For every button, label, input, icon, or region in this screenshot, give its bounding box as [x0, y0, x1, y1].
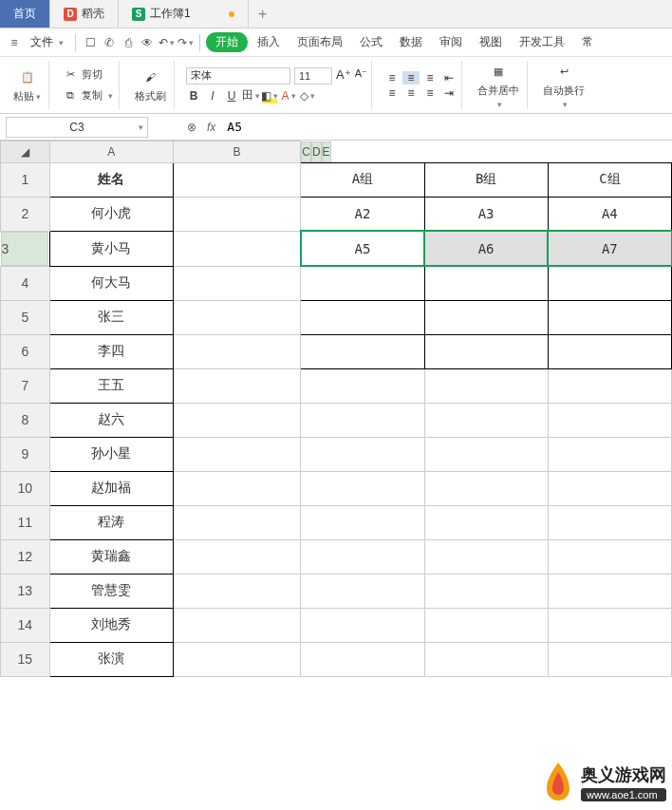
cell[interactable]: 刘地秀: [49, 608, 173, 642]
cell[interactable]: [548, 403, 671, 437]
font-color-button[interactable]: A: [281, 88, 296, 104]
cell[interactable]: [301, 266, 424, 300]
cell[interactable]: [548, 368, 671, 403]
undo-icon[interactable]: ↶: [158, 34, 175, 51]
cell[interactable]: [301, 368, 424, 403]
bold-button[interactable]: B: [186, 88, 201, 104]
cell[interactable]: [548, 300, 671, 334]
cut-button[interactable]: ✂剪切: [61, 66, 115, 84]
italic-button[interactable]: I: [205, 88, 220, 104]
paste-button[interactable]: 📋 粘贴: [9, 66, 45, 104]
cell[interactable]: [301, 300, 424, 334]
cell[interactable]: [173, 642, 300, 676]
cell[interactable]: [173, 162, 300, 197]
tab-daoke[interactable]: D 稻壳: [50, 0, 119, 28]
cell[interactable]: [424, 574, 548, 608]
align-center[interactable]: ≡: [402, 86, 420, 100]
cell[interactable]: [173, 505, 300, 539]
cell[interactable]: [301, 334, 424, 368]
cell[interactable]: 李四: [49, 334, 173, 368]
hamburger-icon[interactable]: ≡: [6, 34, 23, 51]
cell[interactable]: 姓名: [49, 162, 173, 197]
row-header[interactable]: 7: [1, 368, 50, 403]
cell[interactable]: [548, 642, 671, 676]
cell[interactable]: 管慧雯: [49, 574, 173, 608]
cell[interactable]: [548, 505, 671, 539]
file-menu[interactable]: 文件: [25, 34, 69, 50]
cell[interactable]: A6: [424, 231, 548, 266]
cell[interactable]: [301, 505, 424, 539]
cell[interactable]: [424, 437, 548, 471]
row-header[interactable]: 10: [1, 471, 50, 505]
cell[interactable]: [424, 471, 548, 505]
select-all-corner[interactable]: ◢: [1, 141, 50, 163]
menu-pagelayout[interactable]: 页面布局: [289, 34, 350, 50]
cell[interactable]: [424, 642, 548, 676]
cell[interactable]: [173, 437, 300, 471]
align-bottom[interactable]: ≡: [421, 71, 439, 85]
cell[interactable]: [173, 368, 300, 403]
cell[interactable]: [424, 334, 548, 368]
cell[interactable]: [424, 539, 548, 574]
cell[interactable]: [301, 642, 424, 676]
cell[interactable]: 黄瑞鑫: [49, 539, 173, 574]
cell[interactable]: 何大马: [49, 266, 173, 300]
name-box[interactable]: C3: [6, 117, 148, 138]
row-header[interactable]: 14: [1, 608, 50, 642]
formula-input[interactable]: [221, 117, 672, 138]
cell[interactable]: [173, 539, 300, 574]
cell[interactable]: [548, 539, 671, 574]
cell[interactable]: [424, 266, 548, 300]
cell[interactable]: [301, 437, 424, 471]
cell[interactable]: [424, 368, 548, 403]
cell[interactable]: A组: [301, 162, 424, 197]
copy-button[interactable]: ⧉复制: [61, 87, 115, 104]
cell[interactable]: [173, 300, 300, 334]
row-header[interactable]: 3: [1, 232, 48, 266]
cell[interactable]: 赵加福: [49, 471, 173, 505]
menu-start[interactable]: 开始: [206, 32, 248, 52]
cell[interactable]: [424, 608, 548, 642]
col-header-c[interactable]: C: [301, 141, 311, 162]
fill-color-button[interactable]: ◧: [262, 88, 277, 104]
tab-home[interactable]: 首页: [0, 0, 50, 28]
cell[interactable]: [173, 266, 300, 300]
cell[interactable]: C组: [548, 162, 671, 197]
cell[interactable]: [173, 231, 300, 266]
preview-icon[interactable]: 👁: [139, 34, 156, 51]
menu-devtools[interactable]: 开发工具: [512, 34, 572, 50]
cell[interactable]: [548, 437, 671, 471]
cell[interactable]: [301, 574, 424, 608]
cell[interactable]: [301, 608, 424, 642]
cell[interactable]: [548, 266, 671, 300]
cell[interactable]: 张演: [49, 642, 173, 676]
col-header-e[interactable]: E: [322, 141, 331, 162]
cell[interactable]: B组: [424, 162, 548, 197]
cell[interactable]: A7: [548, 231, 671, 266]
row-header[interactable]: 8: [1, 403, 50, 437]
tab-workbook[interactable]: S 工作簿1: [119, 0, 249, 28]
cell[interactable]: A3: [424, 197, 548, 231]
cell[interactable]: [173, 608, 300, 642]
align-top[interactable]: ≡: [383, 71, 401, 85]
align-middle[interactable]: ≡: [402, 71, 420, 85]
format-painter-button[interactable]: 🖌 格式刷: [131, 66, 170, 104]
row-header[interactable]: 1: [1, 162, 50, 197]
row-header[interactable]: 9: [1, 437, 50, 471]
row-header[interactable]: 13: [1, 574, 50, 608]
row-header[interactable]: 15: [1, 642, 50, 676]
save-icon[interactable]: ☐: [82, 34, 99, 51]
cell[interactable]: [548, 471, 671, 505]
cell[interactable]: 程涛: [49, 505, 173, 539]
cell[interactable]: [173, 574, 300, 608]
menu-data[interactable]: 数据: [392, 34, 430, 50]
menu-formula[interactable]: 公式: [352, 34, 390, 50]
cell[interactable]: 赵六: [49, 403, 173, 437]
cell[interactable]: [424, 300, 548, 334]
cell[interactable]: 张三: [49, 300, 173, 334]
cell[interactable]: [424, 505, 548, 539]
col-header-a[interactable]: A: [49, 141, 173, 163]
align-right[interactable]: ≡: [421, 86, 439, 100]
row-header[interactable]: 12: [1, 539, 50, 574]
font-shrink-icon[interactable]: A⁻: [355, 67, 367, 85]
